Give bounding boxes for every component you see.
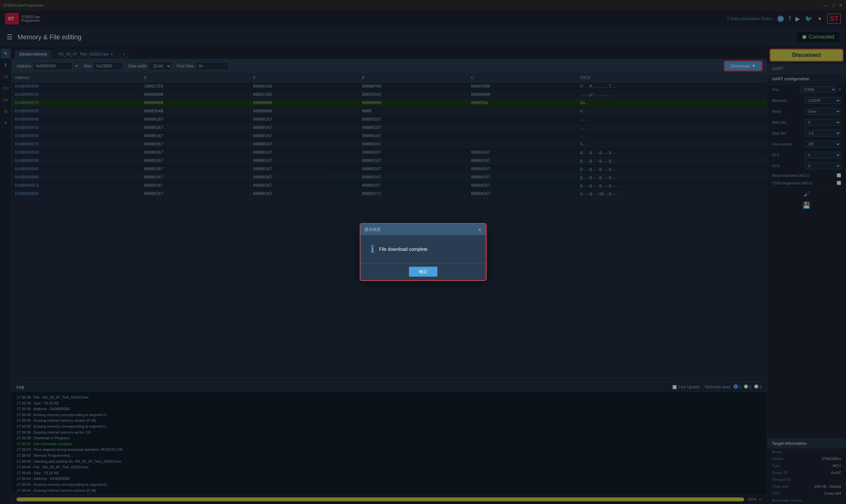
modal-body: ℹ File download complete [361, 235, 486, 263]
modal-info-icon: ℹ [371, 243, 374, 255]
modal-footer: 确定 [361, 263, 486, 280]
modal-header: 提示信息 ✕ [361, 224, 486, 235]
modal-box: 提示信息 ✕ ℹ File download complete 确定 [360, 224, 486, 280]
modal-close-button[interactable]: ✕ [478, 227, 482, 232]
modal-overlay[interactable]: 提示信息 ✕ ℹ File download complete 确定 [0, 0, 846, 504]
modal-message: File download complete [379, 247, 428, 252]
modal-title: 提示信息 [365, 227, 380, 232]
modal-ok-button[interactable]: 确定 [409, 267, 437, 276]
